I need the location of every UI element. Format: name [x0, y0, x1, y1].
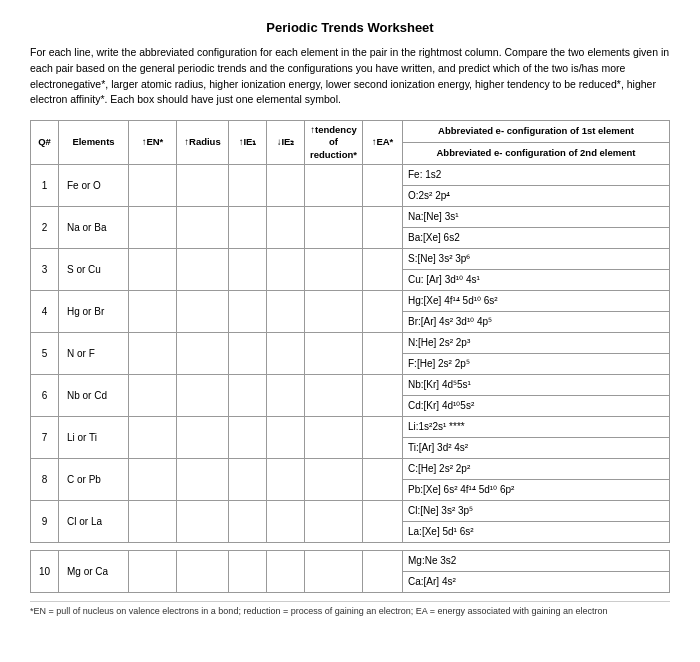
- row-ie1: [229, 291, 267, 333]
- row-tendency: [305, 291, 363, 333]
- row-q: 7: [31, 417, 59, 459]
- row-elements: Na or Ba: [59, 207, 129, 249]
- row-radius: [177, 375, 229, 417]
- row-ie2: [267, 207, 305, 249]
- row-elements: Mg or Ca: [59, 551, 129, 593]
- row-ie1: [229, 249, 267, 291]
- row-en: [129, 375, 177, 417]
- row-tea: [363, 375, 403, 417]
- row-ie2: [267, 333, 305, 375]
- row-config2: Ti:[Ar] 3d² 4s²: [403, 438, 670, 459]
- row-ie2: [267, 249, 305, 291]
- row-tea: [363, 501, 403, 543]
- periodic-trends-table: Q# Elements ↑EN* ↑Radius ↑IE₁ ↓IE₂ ↑tend…: [30, 120, 670, 593]
- table-row: 8C or PbC:[He] 2s² 2p²: [31, 459, 670, 480]
- row-tendency: [305, 551, 363, 593]
- header-ie2: ↓IE₂: [267, 121, 305, 165]
- row-tea: [363, 333, 403, 375]
- row-en: [129, 459, 177, 501]
- row-tendency: [305, 417, 363, 459]
- row-tea: [363, 207, 403, 249]
- table-row: 5N or FN:[He] 2s² 2p³: [31, 333, 670, 354]
- row-config1: Cl:[Ne] 3s² 3p⁵: [403, 501, 670, 522]
- row-config1: Hg:[Xe] 4f¹⁴ 5d¹⁰ 6s²: [403, 291, 670, 312]
- row-config2: Cu: [Ar] 3d¹⁰ 4s¹: [403, 270, 670, 291]
- row-tendency: [305, 249, 363, 291]
- row-config2: Ca:[Ar] 4s²: [403, 572, 670, 593]
- row-q: 5: [31, 333, 59, 375]
- row-tendency: [305, 501, 363, 543]
- row-ie2: [267, 375, 305, 417]
- header-en: ↑EN*: [129, 121, 177, 165]
- row-config2: O:2s² 2p⁴: [403, 186, 670, 207]
- row-config2: La:[Xe] 5d¹ 6s²: [403, 522, 670, 543]
- row-elements: Hg or Br: [59, 291, 129, 333]
- row-tendency: [305, 375, 363, 417]
- table-row: 10Mg or CaMg:Ne 3s2: [31, 551, 670, 572]
- row-ie1: [229, 551, 267, 593]
- row-tea: [363, 165, 403, 207]
- row-radius: [177, 207, 229, 249]
- table-row: 2Na or BaNa:[Ne] 3s¹: [31, 207, 670, 228]
- intro-text: For each line, write the abbreviated con…: [30, 45, 670, 108]
- row-ie1: [229, 375, 267, 417]
- row-en: [129, 551, 177, 593]
- row-tendency: [305, 333, 363, 375]
- table-row: 7Li or TiLi:1s²2s¹ ****: [31, 417, 670, 438]
- row-radius: [177, 501, 229, 543]
- row-radius: [177, 291, 229, 333]
- row-radius: [177, 249, 229, 291]
- table-row: 4Hg or BrHg:[Xe] 4f¹⁴ 5d¹⁰ 6s²: [31, 291, 670, 312]
- row-config2: Br:[Ar] 4s² 3d¹⁰ 4p⁵: [403, 312, 670, 333]
- row-radius: [177, 459, 229, 501]
- row-ie2: [267, 165, 305, 207]
- row-ie1: [229, 165, 267, 207]
- row-radius: [177, 551, 229, 593]
- row-config1: Nb:[Kr] 4d⁵5s¹: [403, 375, 670, 396]
- header-tea: ↑EA*: [363, 121, 403, 165]
- table-row: 1Fe or OFe: 1s2: [31, 165, 670, 186]
- header-ie1: ↑IE₁: [229, 121, 267, 165]
- row-elements: Fe or O: [59, 165, 129, 207]
- row-tea: [363, 551, 403, 593]
- row-tea: [363, 291, 403, 333]
- row-config1: Li:1s²2s¹ ****: [403, 417, 670, 438]
- row-en: [129, 417, 177, 459]
- row-config2: Ba:[Xe] 6s2: [403, 228, 670, 249]
- row-elements: N or F: [59, 333, 129, 375]
- row-ie1: [229, 417, 267, 459]
- footnote: *EN = pull of nucleus on valence electro…: [30, 601, 670, 616]
- row-ie1: [229, 333, 267, 375]
- row-config1: S:[Ne] 3s² 3p⁶: [403, 249, 670, 270]
- row-q: 4: [31, 291, 59, 333]
- row-config2: Pb:[Xe] 6s² 4f¹⁴ 5d¹⁰ 6p²: [403, 480, 670, 501]
- row-tendency: [305, 459, 363, 501]
- row-config1: Fe: 1s2: [403, 165, 670, 186]
- row-ie1: [229, 501, 267, 543]
- row-ie1: [229, 459, 267, 501]
- table-row: 3S or CuS:[Ne] 3s² 3p⁶: [31, 249, 670, 270]
- row-q: 1: [31, 165, 59, 207]
- row-radius: [177, 417, 229, 459]
- row-en: [129, 333, 177, 375]
- page-title: Periodic Trends Worksheet: [30, 20, 670, 35]
- table-row: 9Cl or LaCl:[Ne] 3s² 3p⁵: [31, 501, 670, 522]
- row-tea: [363, 459, 403, 501]
- row-ie2: [267, 551, 305, 593]
- row-en: [129, 249, 177, 291]
- row-ie2: [267, 459, 305, 501]
- header-radius: ↑Radius: [177, 121, 229, 165]
- header-config1: Abbreviated e- configuration of 1st elem…: [403, 121, 670, 143]
- row-tea: [363, 417, 403, 459]
- row-config1: N:[He] 2s² 2p³: [403, 333, 670, 354]
- row-elements: Li or Ti: [59, 417, 129, 459]
- row-radius: [177, 165, 229, 207]
- row-elements: Nb or Cd: [59, 375, 129, 417]
- row-elements: C or Pb: [59, 459, 129, 501]
- row-ie2: [267, 501, 305, 543]
- row-ie1: [229, 207, 267, 249]
- row-config1: Mg:Ne 3s2: [403, 551, 670, 572]
- row-tendency: [305, 207, 363, 249]
- row-tea: [363, 249, 403, 291]
- row-q: 8: [31, 459, 59, 501]
